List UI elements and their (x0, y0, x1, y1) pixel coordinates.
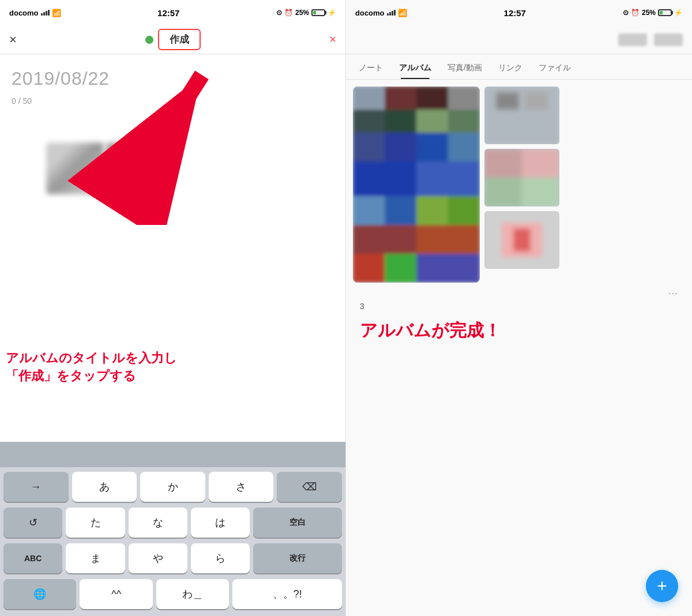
tab-file[interactable]: ファイル (531, 57, 579, 79)
key-ya[interactable]: や (129, 543, 187, 573)
signal-bars-right (387, 10, 396, 16)
key-space[interactable]: 空白 (253, 508, 342, 538)
camera-icon-right: ⊙ (623, 9, 629, 17)
svg-rect-15 (353, 161, 416, 196)
thumb-row (0, 142, 345, 194)
side-img-svg-3 (484, 211, 559, 269)
svg-rect-8 (385, 110, 416, 133)
status-bar-right: docomo 📶 12:57 ⊙ ⏰ 25% ⚡ (346, 0, 692, 25)
key-ta[interactable]: た (66, 508, 125, 538)
key-abc[interactable]: ABC (3, 543, 62, 573)
count-label: 0 / 50 (12, 96, 32, 106)
tab-album[interactable]: アルバム (391, 57, 439, 79)
key-ka[interactable]: か (140, 472, 205, 502)
key-delete[interactable]: ⌫ (277, 472, 342, 502)
album-side-img-3 (484, 211, 559, 269)
fab-icon: + (657, 576, 667, 596)
key-arrow[interactable]: → (3, 472, 69, 502)
keyboard-toolbar (0, 442, 345, 467)
left-status-right: docomo 📶 (355, 9, 407, 17)
key-return[interactable]: 改行 (253, 543, 342, 573)
svg-rect-19 (416, 196, 448, 225)
right-panel: docomo 📶 12:57 ⊙ ⏰ 25% ⚡ (346, 0, 692, 616)
svg-rect-31 (484, 149, 522, 178)
svg-rect-7 (353, 110, 385, 133)
album-main-img (353, 87, 480, 283)
create-btn-wrapper: 作成 (145, 29, 201, 50)
signal-bar-4 (48, 10, 50, 16)
svg-rect-13 (416, 133, 448, 161)
tab-photo[interactable]: 写真/動画 (439, 57, 490, 79)
lightning-icon-left: ⚡ (328, 9, 336, 17)
key-ha[interactable]: は (191, 508, 250, 538)
svg-rect-23 (353, 254, 385, 283)
battery-tip-left (325, 11, 326, 14)
wifi-icon-right: 📶 (398, 9, 407, 17)
tab-note[interactable]: ノート (351, 57, 391, 79)
thumb-1 (46, 142, 104, 194)
key-sa[interactable]: さ (209, 472, 274, 502)
svg-rect-5 (416, 87, 448, 110)
fab-button[interactable]: + (646, 570, 678, 602)
svg-rect-9 (416, 110, 448, 133)
key-row-3: ABC ま や ら 改行 (3, 543, 342, 573)
alarm-icon-left: ⏰ (284, 9, 293, 17)
lightning-icon-right: ⚡ (674, 9, 683, 17)
annotation-text: アルバムのタイトルを入力し 「作成」をタップする (6, 350, 177, 385)
navbar-left: × 作成 × (0, 25, 345, 54)
svg-rect-10 (448, 110, 480, 133)
album-side-img-1 (484, 87, 559, 144)
count-area: 0 / 50 (0, 94, 345, 108)
battery-label-right: 25% (642, 9, 656, 17)
svg-rect-21 (353, 225, 416, 254)
key-row-2: ↺ た な は 空白 (3, 508, 342, 538)
svg-rect-27 (484, 87, 559, 144)
battery-icon-right (658, 9, 672, 16)
key-a[interactable]: あ (72, 472, 137, 502)
time-right: 12:57 (504, 8, 526, 18)
key-row-1: → あ か さ ⌫ (3, 472, 342, 502)
left-status-left: docomo 📶 (9, 9, 61, 17)
signal-bar-2 (43, 12, 45, 16)
carrier-right: docomo (355, 9, 385, 17)
key-wa[interactable]: わ＿ (156, 579, 229, 609)
signal-bar-r2 (389, 12, 391, 16)
signal-bar-r4 (394, 10, 396, 16)
more-button[interactable]: … (353, 283, 685, 299)
carrier-left: docomo (9, 9, 39, 17)
date-input[interactable]: 2019/08/22 (12, 68, 334, 89)
completion-text: アルバムが完成！ (353, 313, 685, 347)
svg-rect-20 (448, 196, 480, 225)
svg-rect-18 (385, 196, 416, 225)
album-image-container (353, 87, 685, 283)
battery-fill-left (313, 11, 316, 14)
wifi-icon-left: 📶 (52, 9, 61, 17)
svg-rect-24 (385, 254, 416, 283)
key-caret[interactable]: ^^ (80, 579, 152, 609)
key-ra[interactable]: ら (191, 543, 250, 573)
key-punct[interactable]: 、。?! (232, 579, 342, 609)
thumb-2 (106, 142, 158, 194)
tab-link[interactable]: リンク (490, 57, 531, 79)
album-main-svg (353, 87, 480, 283)
camera-icon-left: ⊙ (276, 9, 282, 17)
left-panel: docomo 📶 12:57 ⊙ ⏰ 25% ⚡ × 作成 (0, 0, 346, 616)
svg-rect-6 (448, 87, 480, 110)
key-undo[interactable]: ↺ (3, 508, 62, 538)
tabs-bar: ノート アルバム 写真/動画 リンク ファイル (346, 54, 692, 80)
key-globe[interactable]: 🌐 (3, 579, 76, 609)
battery-icon-left (311, 9, 325, 16)
battery-tip-right (671, 11, 673, 14)
key-row-4: 🌐 ^^ わ＿ 、。?! (3, 579, 342, 609)
battery-label-left: 25% (295, 9, 309, 17)
create-button[interactable]: 作成 (158, 29, 201, 50)
signal-bar-r1 (387, 13, 389, 16)
side-img-svg-2 (484, 149, 559, 206)
key-na[interactable]: な (129, 508, 187, 538)
green-dot (145, 36, 153, 44)
svg-rect-11 (353, 133, 385, 161)
key-ma[interactable]: ま (66, 543, 125, 573)
cancel-button[interactable]: × (329, 33, 336, 46)
blurred-icons (618, 33, 683, 46)
close-button[interactable]: × (9, 33, 17, 46)
